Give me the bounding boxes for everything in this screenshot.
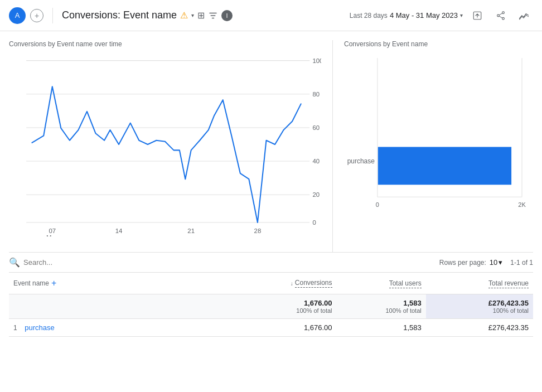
total-conversions: 1,676.00 100% of total — [206, 294, 337, 319]
svg-text:80: 80 — [312, 91, 320, 98]
pagination-text: 1-1 of 1 — [510, 259, 533, 267]
total-revenue: £276,423.35 100% of total — [426, 294, 533, 319]
row-event-name: 1 purchase — [9, 319, 206, 337]
svg-rect-25 — [378, 147, 511, 185]
total-revenue-sub: 100% of total — [430, 307, 529, 314]
svg-text:21: 21 — [187, 228, 195, 234]
charts-row: Conversions by Event name over time 100 … — [9, 40, 533, 252]
total-users-sub: 100% of total — [341, 307, 422, 314]
col-header-conversions: ↓ Conversions — [206, 273, 337, 294]
bar-chart-title: Conversions by Event name — [344, 40, 533, 48]
bar-chart-container: purchase 0 2K — [344, 52, 533, 236]
svg-text:0: 0 — [376, 201, 379, 208]
total-users: 1,583 100% of total — [337, 294, 426, 319]
search-area: 🔍 — [9, 257, 135, 268]
line-chart-container: 100 80 60 40 20 0 07 May 14 21 28 — [9, 52, 321, 236]
add-dimension-button[interactable]: + — [51, 278, 56, 288]
rows-per-page-label: Rows per page: — [439, 259, 486, 267]
line-chart-section: Conversions by Event name over time 100 … — [9, 40, 332, 252]
page-title: Conversions: Event name — [62, 9, 177, 21]
header-right: Last 28 days 4 May - 31 May 2023 ▾ — [350, 7, 533, 25]
svg-text:2K: 2K — [518, 201, 526, 208]
row-users: 1,583 — [337, 319, 426, 337]
row-conversions: 1,676.00 — [206, 319, 337, 337]
table-toolbar: 🔍 Rows per page: 10 ▾ 1-1 of 1 — [9, 253, 533, 273]
main-content: Conversions by Event name over time 100 … — [0, 31, 542, 346]
line-chart-title: Conversions by Event name over time — [9, 40, 321, 48]
date-range-value: 4 May - 31 May 2023 — [390, 11, 458, 20]
filter-funnel-icon[interactable] — [208, 11, 218, 21]
rows-per-page-select[interactable]: 10 ▾ — [490, 258, 502, 267]
row-revenue: £276,423.35 — [426, 319, 533, 337]
table-row: 1 purchase 1,676.00 1,583 £276,423.35 — [9, 319, 533, 337]
svg-text:purchase: purchase — [347, 157, 375, 165]
date-dropdown-icon[interactable]: ▾ — [460, 12, 463, 18]
title-dropdown-icon[interactable]: ▾ — [191, 12, 194, 18]
filter-icon[interactable]: ⊞ — [197, 10, 205, 21]
svg-text:20: 20 — [312, 191, 320, 198]
row-number: 1 — [13, 324, 23, 332]
svg-text:14: 14 — [115, 228, 123, 234]
svg-text:28: 28 — [254, 228, 262, 234]
svg-point-2 — [497, 14, 500, 17]
svg-text:100: 100 — [312, 57, 321, 64]
date-range: Last 28 days 4 May - 31 May 2023 ▾ — [350, 11, 463, 20]
add-account-button[interactable]: + — [30, 9, 43, 22]
header-divider — [52, 8, 53, 23]
col-header-total-revenue: Total revenue — [426, 273, 533, 294]
warning-icon: ⚠ — [180, 10, 188, 21]
rows-select-dropdown-icon: ▾ — [499, 258, 502, 267]
page-title-area: Conversions: Event name ⚠ ▾ ⊞ I — [62, 9, 345, 21]
table-header-row: Event name + ↓ Conversions Total users — [9, 273, 533, 294]
col-header-total-users: Total users — [337, 273, 426, 294]
avatar[interactable]: A — [9, 7, 26, 24]
total-conversions-sub: 100% of total — [210, 307, 332, 314]
export-button[interactable] — [468, 7, 486, 25]
info-icon[interactable]: I — [221, 10, 233, 21]
compare-button[interactable] — [515, 7, 533, 25]
search-input[interactable] — [23, 258, 135, 267]
table-section: 🔍 Rows per page: 10 ▾ 1-1 of 1 Event nam… — [9, 252, 533, 337]
header: A + Conversions: Event name ⚠ ▾ ⊞ I Last… — [0, 0, 542, 31]
table-total-row: 1,676.00 100% of total 1,583 100% of tot… — [9, 294, 533, 319]
line-chart-svg: 100 80 60 40 20 0 07 May 14 21 28 — [9, 52, 321, 236]
svg-text:0: 0 — [312, 219, 316, 226]
bar-chart-svg: purchase 0 2K — [344, 52, 533, 225]
search-icon: 🔍 — [9, 257, 20, 268]
svg-text:60: 60 — [312, 124, 320, 131]
share-button[interactable] — [492, 7, 510, 25]
event-name-link[interactable]: purchase — [25, 323, 54, 332]
col-header-event-name: Event name + — [9, 273, 206, 294]
total-row-label — [9, 294, 206, 319]
rows-per-page-control: Rows per page: 10 ▾ 1-1 of 1 — [439, 258, 533, 267]
svg-text:40: 40 — [312, 158, 320, 164]
svg-point-3 — [502, 17, 505, 20]
sort-icon: ↓ — [291, 280, 293, 287]
data-table: Event name + ↓ Conversions Total users — [9, 273, 533, 337]
svg-point-1 — [502, 11, 505, 13]
svg-text:May: May — [46, 234, 59, 236]
bar-chart-section: Conversions by Event name purchase 0 2K — [332, 40, 533, 252]
svg-text:07: 07 — [49, 228, 56, 234]
